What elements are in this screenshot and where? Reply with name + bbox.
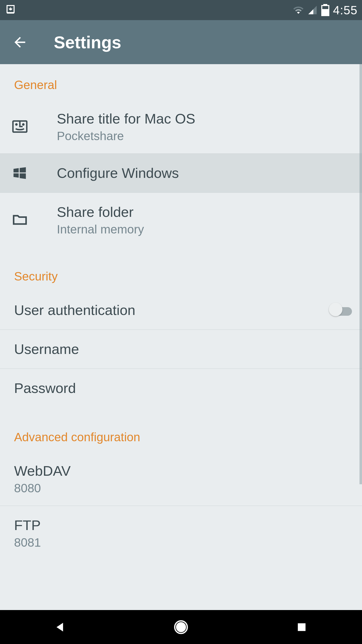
item-subtitle: 8081 [14,536,352,549]
svg-rect-3 [322,9,329,16]
wifi-icon [293,5,304,16]
item-ftp[interactable]: FTP 8081 [0,506,362,549]
section-header-general: General [0,64,362,99]
status-bar: 4:55 [0,0,362,20]
app-bar: Settings [0,20,362,64]
settings-list: General Share title for Mac OS Pocketsha… [0,64,362,610]
windows-icon [12,165,57,181]
download-icon [5,4,17,16]
battery-icon [321,4,330,16]
item-share-title-macos[interactable]: Share title for Mac OS Pocketshare [0,99,362,153]
back-button[interactable] [6,28,34,56]
item-share-folder[interactable]: Share folder Internal memory [0,193,362,247]
navigation-bar [0,610,362,644]
section-header-security: Security [0,247,362,291]
scroll-indicator [359,64,362,484]
mac-finder-icon [12,118,57,135]
folder-icon [12,212,57,228]
item-subtitle: Pocketshare [57,129,352,143]
item-subtitle: Internal memory [57,222,352,236]
item-title: Configure Windows [57,164,352,182]
section-header-advanced: Advanced configuration [0,408,362,452]
item-username[interactable]: Username [0,330,362,369]
item-configure-windows[interactable]: Configure Windows [0,153,362,193]
status-time: 4:55 [333,3,357,17]
item-subtitle: 8080 [14,481,352,495]
page-title: Settings [54,32,121,52]
item-webdav[interactable]: WebDAV 8080 [0,452,362,506]
svg-point-6 [23,124,24,125]
svg-rect-0 [7,13,14,14]
signal-icon [307,5,318,15]
item-password[interactable]: Password [0,369,362,408]
item-user-authentication[interactable]: User authentication [0,291,362,330]
item-title: FTP [14,516,352,534]
svg-point-5 [16,124,17,125]
nav-recent-button[interactable] [282,610,322,644]
svg-point-8 [177,623,186,631]
item-title: Username [14,340,352,358]
item-title: User authentication [14,301,322,319]
item-title: WebDAV [14,462,352,480]
nav-home-button[interactable] [161,610,201,644]
item-title: Password [14,379,352,397]
user-auth-toggle[interactable] [322,305,352,315]
svg-rect-9 [298,623,306,631]
item-title: Share folder [57,203,352,221]
nav-back-button[interactable] [40,610,80,644]
item-title: Share title for Mac OS [57,110,352,128]
screen: 4:55 Settings General Share title for Ma… [0,0,362,644]
